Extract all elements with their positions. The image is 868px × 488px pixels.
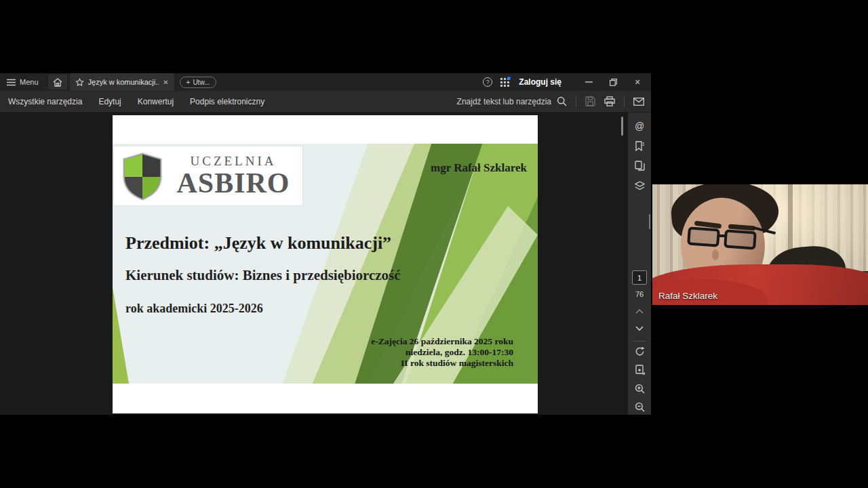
at-symbol-icon: @ [635, 121, 644, 131]
close-button[interactable]: ✕ [625, 73, 650, 91]
tab-title: Język w komunikacji... [88, 78, 159, 86]
asbiro-logo: UCZELNIA ASBIRO [114, 146, 302, 205]
acrobat-window: Menu Język w komunikacji... ✕ + Utw... [0, 73, 651, 415]
apps-grid-button[interactable] [500, 78, 509, 87]
session-line-1: e-Zajęcia 26 października 2025 roku [371, 336, 513, 347]
sidebar-divider [633, 341, 646, 342]
logo-uczelnia: UCZELNIA [191, 155, 277, 167]
page-display-icon [635, 365, 645, 375]
question-mark-icon: ? [486, 79, 490, 85]
home-icon [53, 78, 62, 87]
tools-toolbar: Wszystkie narzędzia Edytuj Konwertuj Pod… [0, 91, 651, 113]
search-icon [557, 96, 567, 106]
slide-subtitle: Kierunek studiów: Biznes i przedsiębiorc… [125, 267, 401, 284]
screen: Menu Język w komunikacji... ✕ + Utw... [0, 0, 868, 488]
print-icon [604, 96, 615, 106]
notification-dot [507, 77, 511, 80]
help-button[interactable]: ? [483, 77, 492, 87]
right-sidebar: @ 1 76 [628, 113, 651, 415]
save-icon [585, 96, 595, 106]
page-thumbnails-button[interactable] [628, 161, 651, 171]
new-tab-button[interactable]: + Utw... [180, 77, 217, 88]
save-button[interactable] [585, 96, 595, 106]
zoom-in-icon [635, 384, 645, 394]
glasses-right-lens [724, 229, 757, 249]
slide-author: mgr Rafał Szklarek [431, 161, 527, 175]
session-line-3: II rok studiów magisterskich [371, 358, 513, 369]
search-label: Znajdź tekst lub narzędzia [457, 97, 551, 106]
minimize-icon [585, 81, 593, 83]
person-nose-shadow [712, 249, 719, 260]
restore-button[interactable] [601, 73, 625, 91]
document-tab[interactable]: Język w komunikacji... ✕ [70, 73, 174, 91]
document-area: UCZELNIA ASBIRO mgr Rafał Szklarek Przed… [0, 113, 628, 415]
bookmarks-button[interactable] [628, 141, 651, 151]
toolbar-divider-2 [624, 96, 625, 107]
pages-icon [635, 161, 645, 171]
page-total: 76 [628, 290, 651, 298]
glasses-bridge [718, 235, 726, 237]
titlebar: Menu Język w komunikacji... ✕ + Utw... [0, 73, 651, 91]
shield-icon [121, 152, 164, 201]
chevron-down-icon [635, 326, 644, 331]
menu-button[interactable]: Menu [0, 73, 45, 91]
zoom-out-icon [635, 402, 645, 412]
mail-icon [633, 98, 644, 106]
webcam-video[interactable]: Rafał Szklarek [652, 184, 868, 305]
bookmark-icon [635, 141, 645, 151]
next-page-button[interactable] [628, 326, 651, 331]
pdf-page: UCZELNIA ASBIRO mgr Rafał Szklarek Przed… [113, 115, 538, 413]
comments-button[interactable]: @ [628, 121, 651, 131]
refresh-button[interactable] [628, 346, 651, 357]
slide: UCZELNIA ASBIRO mgr Rafał Szklarek Przed… [113, 144, 538, 384]
page-display-button[interactable] [628, 365, 651, 375]
new-tab-label: Utw... [193, 79, 210, 86]
close-icon: ✕ [634, 78, 640, 87]
layers-icon [635, 181, 645, 190]
layers-button[interactable] [628, 181, 651, 190]
toolbar-divider [576, 96, 576, 107]
hamburger-icon [7, 79, 16, 86]
document-scrollbar[interactable] [621, 117, 623, 136]
slide-year: rok akademicki 2025-2026 [125, 302, 263, 316]
zoom-out-button[interactable] [628, 402, 651, 412]
find-text-button[interactable]: Znajdź tekst lub narzędzia [457, 96, 567, 106]
slide-session-block: e-Zajęcia 26 października 2025 roku nied… [371, 336, 513, 369]
toolbar-right-group: Znajdź tekst lub narzędzia [457, 96, 651, 107]
minimize-button[interactable] [576, 73, 601, 91]
restore-icon [610, 79, 617, 86]
all-tools-button[interactable]: Wszystkie narzędzia [0, 91, 90, 112]
logo-text: UCZELNIA ASBIRO [171, 155, 296, 197]
page-number-input[interactable]: 1 [632, 270, 647, 285]
participant-name-label: Rafał Szklarek [658, 291, 717, 301]
slide-title: Przedmiot: „Język w komunikacji” [125, 233, 391, 253]
plus-icon: + [186, 79, 191, 86]
glasses-left-lens [687, 226, 720, 247]
previous-page-button[interactable] [628, 309, 651, 314]
tab-close-icon[interactable]: ✕ [163, 79, 168, 86]
esign-button[interactable]: Podpis elektroniczny [182, 91, 273, 112]
refresh-icon [635, 346, 645, 357]
edit-button[interactable]: Edytuj [90, 91, 129, 112]
star-icon[interactable] [75, 78, 84, 87]
logo-asbiro: ASBIRO [176, 169, 290, 197]
home-button[interactable] [48, 75, 67, 89]
sidebar-scrollbar[interactable] [649, 214, 650, 229]
zoom-in-button[interactable] [628, 384, 651, 394]
email-button[interactable] [633, 98, 644, 106]
signin-button[interactable]: Zaloguj się [519, 77, 561, 87]
chevron-up-icon [635, 309, 644, 314]
session-line-2: niedziela, godz. 13:00-17:30 [371, 347, 513, 358]
menu-label: Menu [20, 78, 39, 86]
print-button[interactable] [604, 96, 615, 106]
convert-button[interactable]: Konwertuj [130, 91, 182, 112]
